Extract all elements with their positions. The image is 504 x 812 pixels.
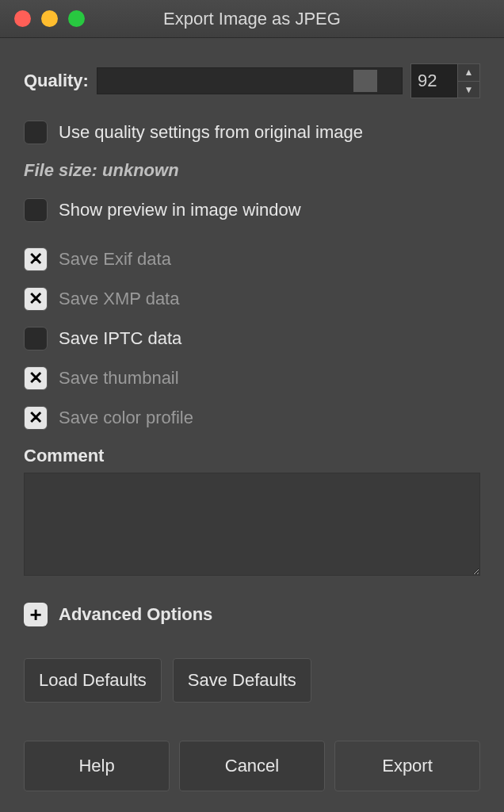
save-exif-checkbox[interactable]: ✕ (24, 247, 48, 271)
use-original-quality-checkbox[interactable] (24, 121, 48, 144)
quality-spinner: ▲ ▼ (410, 63, 480, 98)
help-button[interactable]: Help (24, 741, 170, 791)
advanced-options-label: Advanced Options (59, 604, 212, 625)
save-iptc-label: Save IPTC data (59, 328, 181, 349)
save-color-profile-checkbox[interactable]: ✕ (24, 406, 48, 430)
checkmark-icon: ✕ (29, 249, 43, 270)
dialog-content: Quality: ▲ ▼ Use quality settings from o… (0, 38, 504, 791)
save-exif-label: Save Exif data (59, 249, 171, 270)
save-thumbnail-checkbox[interactable]: ✕ (24, 366, 48, 390)
maximize-icon[interactable] (68, 10, 85, 27)
save-xmp-checkbox[interactable]: ✕ (24, 287, 48, 311)
checkmark-icon: ✕ (29, 368, 43, 389)
comment-label: Comment (24, 446, 480, 466)
cancel-button[interactable]: Cancel (179, 741, 325, 791)
save-iptc-checkbox[interactable] (24, 327, 48, 350)
show-preview-checkbox[interactable] (24, 198, 48, 222)
expand-icon[interactable]: + (24, 603, 48, 626)
save-color-profile-label: Save color profile (59, 408, 193, 428)
minimize-icon[interactable] (41, 10, 58, 27)
checkmark-icon: ✕ (29, 408, 43, 428)
quality-label: Quality: (24, 71, 89, 91)
comment-textarea[interactable] (24, 473, 480, 576)
window-controls (0, 10, 85, 27)
save-xmp-label: Save XMP data (59, 289, 179, 309)
save-defaults-button[interactable]: Save Defaults (173, 658, 311, 703)
quality-step-down[interactable]: ▼ (458, 82, 479, 98)
use-original-quality-label: Use quality settings from original image (59, 122, 363, 143)
load-defaults-button[interactable]: Load Defaults (24, 658, 162, 703)
quality-input[interactable] (410, 63, 458, 98)
close-icon[interactable] (14, 10, 31, 27)
quality-slider-thumb[interactable] (353, 70, 377, 92)
quality-step-up[interactable]: ▲ (458, 64, 479, 82)
filesize-text: File size: unknown (24, 160, 480, 181)
show-preview-label: Show preview in image window (59, 200, 301, 220)
titlebar: Export Image as JPEG (0, 0, 504, 38)
quality-slider[interactable] (97, 67, 403, 94)
checkmark-icon: ✕ (29, 289, 43, 309)
save-thumbnail-label: Save thumbnail (59, 368, 179, 389)
export-button[interactable]: Export (334, 741, 480, 791)
